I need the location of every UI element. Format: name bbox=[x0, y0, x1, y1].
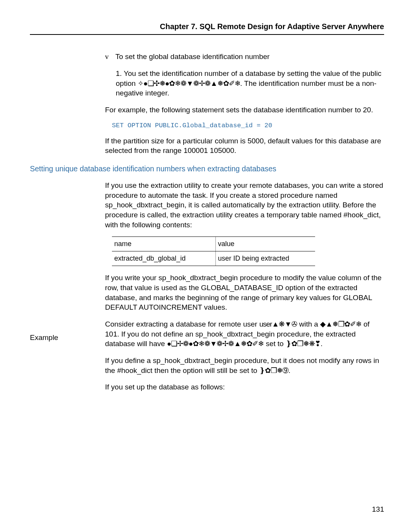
procedure-marker: v bbox=[105, 53, 113, 61]
write-procedure-paragraph: If you write your sp_hook_dbxtract_begin… bbox=[105, 273, 384, 312]
table-header-name: name bbox=[112, 237, 215, 251]
code-block: SET OPTION PUBLIC.Global_database_id = 2… bbox=[112, 122, 384, 129]
procedure-title-row: v To set the global database identiﬁcati… bbox=[105, 53, 384, 61]
table-cell-value: user ID being extracted bbox=[215, 251, 315, 266]
ex1-g1: user▲❋▼✇ bbox=[259, 320, 297, 328]
section-heading: Setting unique database identiﬁcation nu… bbox=[30, 164, 384, 174]
example-label: Example bbox=[30, 333, 58, 342]
example-paragraph-3: If you set up the database as follows: bbox=[105, 382, 384, 392]
table-cell-name: extracted_db_global_id bbox=[112, 251, 215, 266]
ex1-g3: ●❏✢❁●✿❄❁▼❁✢❁▲❅✿✐❄ bbox=[167, 340, 264, 348]
ex1-a: Consider extracting a database for remot… bbox=[105, 320, 259, 328]
ex1-g4: ❵✿❒❅❋❣ bbox=[286, 340, 320, 348]
partition-paragraph: If the partition size for a particular c… bbox=[105, 136, 384, 156]
example-intro: For example, the following statement set… bbox=[105, 105, 384, 115]
step-number: 1. bbox=[116, 69, 122, 77]
hook-dict-table: name value extracted_db_global_id user I… bbox=[112, 236, 315, 266]
step-garble: ✧●❏✣❅●✿❄❁▼❁✢❁▲❅✿✐❄ bbox=[138, 79, 240, 87]
procedure-title: To set the global database identiﬁcation… bbox=[115, 53, 269, 61]
ex2-a: If you deﬁne a sp_hook_dbxtract_begin pr… bbox=[105, 356, 379, 374]
table-row: extracted_db_global_id user ID being ext… bbox=[112, 251, 315, 266]
example-paragraph-1: Consider extracting a database for remot… bbox=[105, 319, 384, 349]
ex1-e: . bbox=[320, 340, 322, 348]
ex1-d: set to bbox=[264, 340, 286, 348]
ex1-g2: ◆▲❅❒✿✐❄ bbox=[320, 320, 361, 328]
example-paragraph-2: If you deﬁne a sp_hook_dbxtract_begin pr… bbox=[105, 356, 384, 375]
table-header-value: value bbox=[215, 237, 315, 251]
page-number: 131 bbox=[372, 505, 384, 514]
procedure-step-1: 1. You set the identiﬁcation number of a… bbox=[116, 69, 384, 98]
extraction-paragraph: If you use the extraction utility to cre… bbox=[105, 181, 384, 230]
chapter-header: Chapter 7. SQL Remote Design for Adaptiv… bbox=[30, 22, 384, 35]
ex1-b: with a bbox=[297, 320, 320, 328]
ex2-b: . bbox=[288, 366, 290, 374]
table-header-row: name value bbox=[112, 237, 315, 251]
ex2-g: ❵✿❒❅➈ bbox=[259, 366, 288, 374]
